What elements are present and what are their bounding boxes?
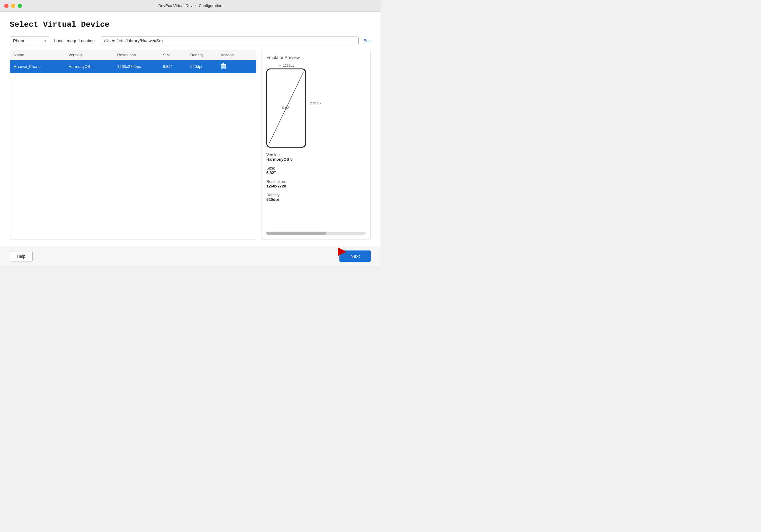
device-select-value: Phone bbox=[13, 38, 25, 43]
right-buttons: Next bbox=[339, 251, 371, 262]
phone-wrapper: ↔ 1260px 6.82" bbox=[266, 64, 306, 148]
size-info: Size: 6.82" bbox=[266, 166, 366, 175]
resolution-key: Resolution: bbox=[266, 179, 366, 184]
phone-body: 6.82" bbox=[266, 69, 306, 148]
phone-size-label: 6.82" bbox=[282, 106, 290, 110]
emulator-preview: Emulator Preview ↔ 1260px 6.82" bbox=[261, 50, 371, 240]
cell-name: Huawei_Phone bbox=[14, 64, 69, 69]
scrollbar-thumb[interactable] bbox=[266, 232, 326, 235]
title-bar: DevEco Virtual Device Configuration bbox=[0, 0, 380, 12]
width-label: ↔ 1260px bbox=[278, 64, 294, 67]
col-header-version: Version bbox=[69, 53, 117, 57]
dropdown-arrow-icon: ▾ bbox=[44, 39, 46, 43]
table-header: Name Version Resolution Size Density Act… bbox=[10, 50, 256, 60]
table-body: Huawei_Phone HarmonyOS ... 1260x2720px 6… bbox=[10, 60, 256, 240]
info-section: Version: HarmonyOS 5 Size: 6.82" Resolut… bbox=[266, 152, 366, 232]
col-header-actions: Actions bbox=[221, 53, 251, 57]
bottom-bar: Help Next bbox=[0, 246, 380, 266]
resolution-info: Resolution: 1260x2720 bbox=[266, 179, 366, 188]
device-table: Name Version Resolution Size Density Act… bbox=[10, 50, 256, 240]
location-label: Local Image Location: bbox=[54, 38, 96, 43]
svg-rect-1 bbox=[222, 63, 224, 64]
col-header-size: Size bbox=[163, 53, 190, 57]
density-key: Density: bbox=[266, 193, 366, 197]
version-key: Version: bbox=[266, 152, 366, 157]
main-content: Select Virtual Device Phone ▾ Local Imag… bbox=[0, 12, 380, 246]
page-title: Select Virtual Device bbox=[10, 20, 371, 29]
density-value: 520dpi bbox=[266, 197, 366, 202]
cell-version: HarmonyOS ... bbox=[69, 64, 117, 69]
col-header-name: Name bbox=[14, 53, 69, 57]
cell-density: 520dpi bbox=[190, 64, 221, 69]
next-arrow-icon bbox=[337, 246, 348, 257]
size-value: 6.82" bbox=[266, 170, 366, 175]
col-header-density: Density bbox=[190, 53, 221, 57]
window-title: DevEco Virtual Device Configuration bbox=[158, 3, 222, 8]
size-key: Size: bbox=[266, 166, 366, 170]
location-input[interactable] bbox=[101, 36, 359, 45]
scrollbar-track[interactable] bbox=[266, 232, 366, 235]
preview-title: Emulator Preview bbox=[266, 55, 366, 60]
cell-size: 6.82" bbox=[163, 64, 190, 69]
cell-resolution: 1260x2720px bbox=[117, 64, 163, 69]
height-label: 2720px bbox=[310, 64, 321, 143]
version-info: Version: HarmonyOS 5 bbox=[266, 152, 366, 162]
phone-diagram: ↔ 1260px 6.82" 2720px bbox=[266, 64, 366, 148]
svg-marker-7 bbox=[338, 247, 346, 256]
device-type-select[interactable]: Phone ▾ bbox=[10, 36, 49, 45]
content-area: Name Version Resolution Size Density Act… bbox=[10, 50, 371, 240]
resolution-value: 1260x2720 bbox=[266, 184, 366, 188]
version-value: HarmonyOS 5 bbox=[266, 157, 366, 162]
minimize-button[interactable] bbox=[11, 4, 15, 8]
density-info: Density: 520dpi bbox=[266, 193, 366, 202]
close-button[interactable] bbox=[4, 4, 9, 8]
filter-row: Phone ▾ Local Image Location: Edit bbox=[10, 36, 371, 45]
edit-link[interactable]: Edit bbox=[364, 38, 371, 43]
delete-action[interactable] bbox=[221, 63, 251, 70]
trash-icon bbox=[221, 63, 226, 69]
col-header-resolution: Resolution bbox=[117, 53, 163, 57]
maximize-button[interactable] bbox=[18, 4, 22, 8]
table-row[interactable]: Huawei_Phone HarmonyOS ... 1260x2720px 6… bbox=[10, 60, 256, 73]
window-controls[interactable] bbox=[4, 4, 22, 8]
help-button[interactable]: Help bbox=[10, 251, 32, 262]
